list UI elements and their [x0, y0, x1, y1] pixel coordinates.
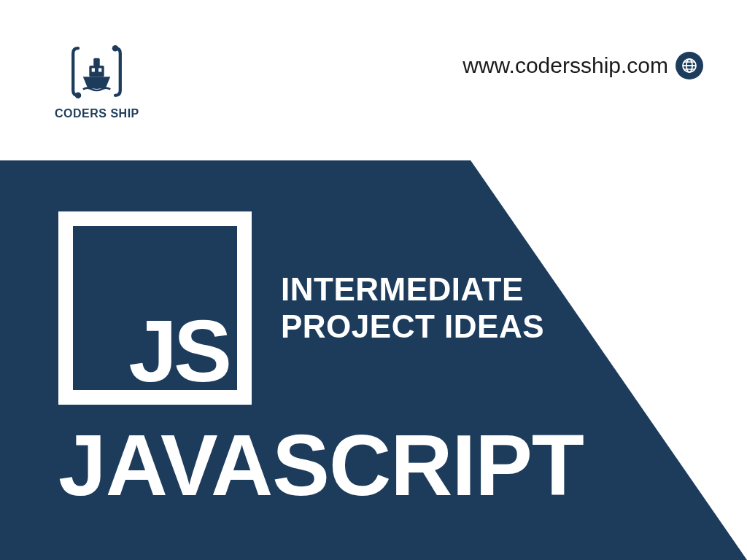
subtitle-line-1: INTERMEDIATE [281, 271, 544, 308]
banner-main-title: JAVASCRIPT [58, 422, 747, 508]
banner-top-row: JS INTERMEDIATE PROJECT IDEAS [58, 211, 747, 405]
banner-content: JS INTERMEDIATE PROJECT IDEAS JAVASCRIPT [0, 160, 747, 560]
website-url[interactable]: www.codersship.com [462, 53, 668, 78]
banner-subtitle: INTERMEDIATE PROJECT IDEAS [281, 271, 544, 345]
globe-icon [676, 52, 703, 79]
svg-point-1 [75, 92, 82, 98]
svg-rect-5 [94, 58, 101, 66]
js-logo-text: JS [128, 316, 228, 386]
js-logo-box: JS [58, 211, 252, 405]
header: CODERS SHIP www.codersship.com [0, 0, 747, 160]
brand-logo: CODERS SHIP [55, 41, 139, 120]
subtitle-line-2: PROJECT IDEAS [281, 308, 544, 346]
svg-rect-2 [90, 66, 104, 77]
brand-name: CODERS SHIP [55, 107, 139, 120]
svg-rect-4 [98, 68, 101, 71]
website-url-container: www.codersship.com [462, 52, 703, 79]
svg-point-0 [112, 44, 119, 50]
ship-logo-icon [66, 41, 128, 103]
svg-rect-3 [92, 68, 95, 71]
